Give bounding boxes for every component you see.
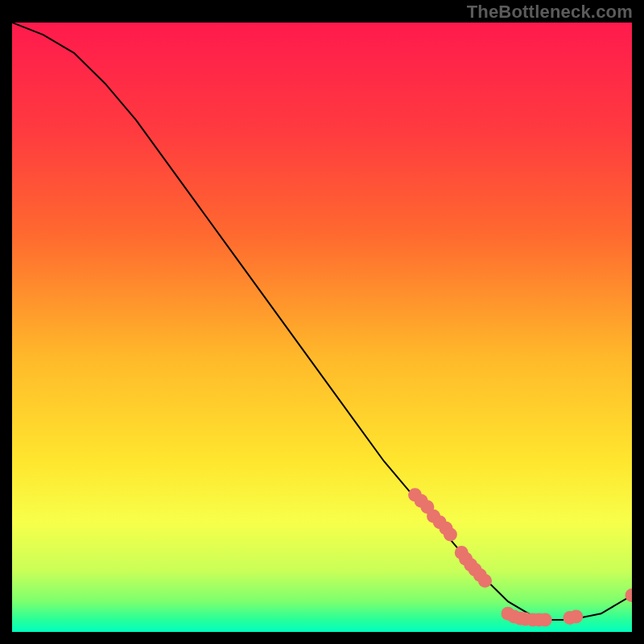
plot-area xyxy=(12,23,632,632)
watermark-text: TheBottleneck.com xyxy=(467,2,633,23)
chart-frame: TheBottleneck.com xyxy=(0,0,644,644)
data-marker xyxy=(569,610,583,624)
data-marker xyxy=(444,527,457,541)
data-marker xyxy=(539,613,552,626)
gradient-background xyxy=(12,23,632,632)
chart-svg xyxy=(12,23,632,632)
data-marker xyxy=(478,574,492,588)
